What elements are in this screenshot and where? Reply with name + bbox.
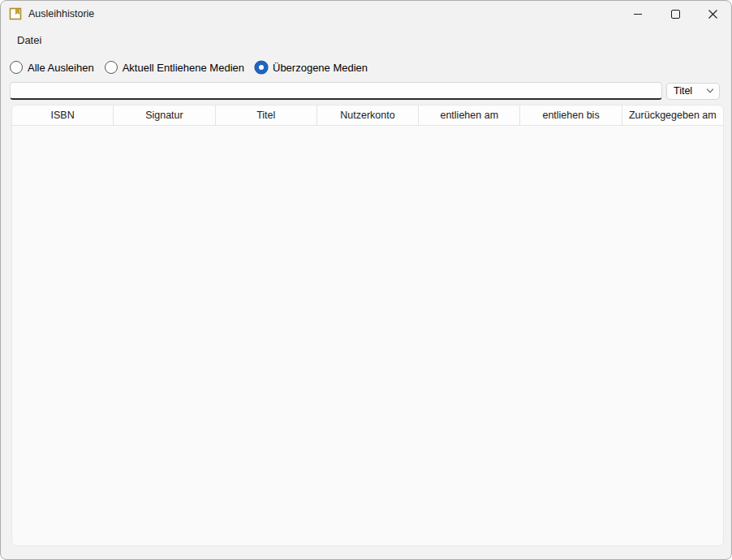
window-title: Ausleihhistorie (28, 8, 94, 19)
window: Ausleihhistorie Datei Alle Ausleihen (0, 0, 732, 560)
column-header-signatur[interactable]: Signatur (114, 106, 215, 125)
filter-radio-group: Alle Ausleihen Aktuell Entliehene Medien… (10, 61, 368, 74)
radio-option-alle-ausleihen[interactable]: Alle Ausleihen (10, 61, 94, 74)
chevron-down-icon (706, 87, 714, 95)
search-input[interactable] (10, 82, 662, 100)
radio-unchecked-icon (10, 61, 23, 74)
sort-dropdown[interactable]: Titel (666, 83, 720, 100)
sort-dropdown-value: Titel (674, 85, 706, 97)
column-header-zurueckgegeben-am[interactable]: Zurückgegeben am (622, 106, 723, 125)
radio-option-ueberzogene-medien[interactable]: Überzogene Medien (255, 61, 368, 74)
column-header-isbn[interactable]: ISBN (12, 106, 114, 125)
column-header-entliehen-bis[interactable]: entliehen bis (520, 106, 622, 125)
table-header-row: ISBN Signatur Titel Nutzerkonto entliehe… (12, 106, 723, 126)
search-row: Titel (10, 82, 720, 100)
radio-label: Überzogene Medien (273, 62, 368, 74)
radio-option-aktuell-entliehene-medien[interactable]: Aktuell Entliehene Medien (105, 61, 244, 74)
column-header-titel[interactable]: Titel (216, 106, 317, 125)
maximize-button[interactable] (657, 1, 694, 27)
caption-buttons (619, 1, 731, 27)
menu-item-datei[interactable]: Datei (15, 32, 43, 48)
close-icon (708, 10, 717, 19)
menubar: Datei (1, 30, 731, 50)
close-button[interactable] (694, 1, 731, 27)
column-header-nutzerkonto[interactable]: Nutzerkonto (317, 106, 419, 125)
maximize-icon (671, 10, 680, 19)
loan-history-table: ISBN Signatur Titel Nutzerkonto entliehe… (11, 105, 724, 546)
minimize-button[interactable] (619, 1, 657, 27)
book-bookmark-icon (9, 7, 22, 20)
radio-checked-icon (255, 61, 268, 74)
radio-unchecked-icon (105, 61, 118, 74)
radio-label: Alle Ausleihen (28, 62, 94, 74)
table-body-empty (12, 126, 723, 545)
radio-label: Aktuell Entliehene Medien (123, 62, 244, 74)
column-header-entliehen-am[interactable]: entliehen am (419, 106, 520, 125)
minimize-icon (634, 14, 642, 15)
titlebar: Ausleihhistorie (1, 1, 731, 27)
